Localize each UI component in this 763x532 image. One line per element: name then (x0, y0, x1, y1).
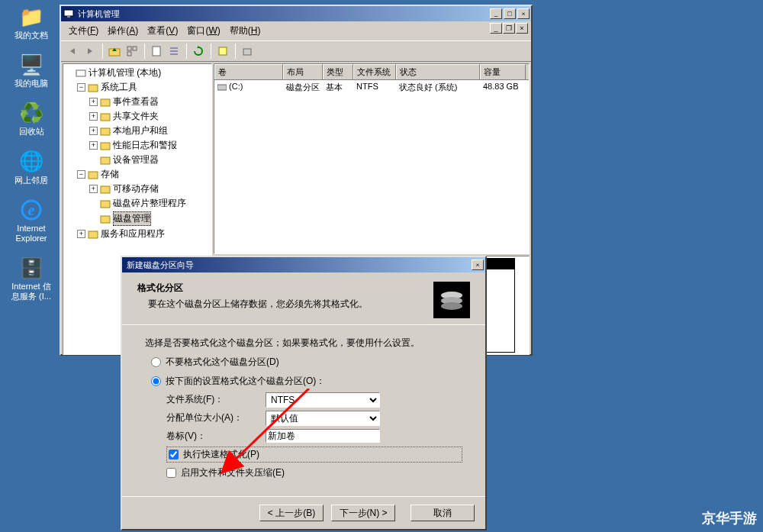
help-icon[interactable] (214, 43, 231, 60)
close-button[interactable]: × (517, 8, 530, 19)
volume-label-input[interactable] (266, 429, 380, 443)
internet-explorer-icon: e (19, 198, 43, 222)
menubar: 文件(F)操作(A)查看(V)窗口(W)帮助(H) (61, 21, 531, 40)
internet-info-svc-icon: 🗄️ (19, 256, 43, 280)
mdi-minimize-button[interactable]: _ (490, 23, 502, 34)
svg-rect-20 (101, 157, 110, 164)
expand-icon[interactable]: + (89, 98, 98, 106)
volume-row[interactable]: (C:)磁盘分区基本NTFS状态良好 (系统)48.83 GB (214, 80, 529, 95)
column-header[interactable]: 状态 (396, 64, 480, 79)
internet-info-svc[interactable]: 🗄️Internet 信息服务 (I... (5, 256, 58, 301)
fs-label: 文件系统(F)： (166, 392, 266, 407)
svg-rect-16 (101, 99, 110, 106)
tree-node-icon (99, 198, 111, 209)
tree-item[interactable]: +本地用户和组 (65, 124, 210, 138)
next-button[interactable]: 下一步(N) > (331, 505, 395, 521)
new-partition-wizard: 新建磁盘分区向导 × 格式化分区 要在这个磁盘分区上储存数据，您必须先将其格式化… (121, 256, 487, 530)
dialog-subheading: 要在这个磁盘分区上储存数据，您必须先将其格式化。 (148, 298, 368, 311)
svg-rect-22 (101, 186, 110, 193)
dialog-titlebar[interactable]: 新建磁盘分区向导 × (122, 257, 485, 272)
expand-icon[interactable]: − (77, 170, 85, 179)
mdi-restore-button[interactable]: ❐ (503, 23, 515, 34)
dialog-instruction: 选择是否要格式化这个磁盘分区；如果要格式化，要使用什么设置。 (145, 336, 462, 350)
tree-item[interactable]: 磁盘管理 (65, 211, 210, 227)
cell: 基本 (323, 82, 353, 93)
internet-explorer[interactable]: eInternetExplorer (5, 198, 58, 243)
action-icon[interactable] (239, 43, 256, 60)
dialog-close-button[interactable]: × (472, 260, 484, 270)
tree-node-icon (99, 97, 111, 108)
tree-item[interactable]: 磁盘碎片整理程序 (65, 196, 210, 211)
quick-format-checkbox[interactable] (169, 450, 179, 459)
tree-item[interactable]: 计算机管理 (本地) (65, 66, 210, 80)
titlebar[interactable]: 计算机管理 _ □ × (61, 6, 531, 21)
menu-v[interactable]: 查看(V) (143, 23, 182, 39)
alloc-select[interactable]: 默认值 (266, 411, 380, 426)
cancel-button[interactable]: 取消 (410, 505, 475, 521)
up-folder-icon[interactable] (106, 43, 123, 60)
list-icon[interactable] (166, 43, 182, 60)
radio-no-format-label: 不要格式化这个磁盘分区(D) (166, 355, 279, 369)
my-computer[interactable]: 🖥️我的电脑 (5, 53, 58, 89)
column-header[interactable]: 文件系统 (353, 64, 396, 79)
tree-item[interactable]: −系统工具 (65, 80, 210, 95)
column-header[interactable]: 容量 (480, 64, 526, 79)
expand-icon[interactable]: + (77, 230, 85, 238)
toolbar (61, 40, 531, 62)
menu-f[interactable]: 文件(F) (64, 23, 103, 39)
mdi-close-button[interactable]: × (516, 23, 528, 34)
properties-icon[interactable] (148, 43, 165, 60)
column-header[interactable]: 卷 (214, 64, 283, 79)
network-places[interactable]: 🌐网上邻居 (5, 150, 58, 185)
svg-rect-25 (89, 231, 98, 238)
window-title: 计算机管理 (78, 8, 490, 20)
dialog-heading: 格式化分区 (137, 282, 183, 293)
menu-w[interactable]: 窗口(W) (182, 23, 224, 39)
tree-item[interactable]: +可移动存储 (65, 182, 210, 196)
menu-h[interactable]: 帮助(H) (225, 23, 266, 39)
expand-icon[interactable]: + (89, 185, 98, 193)
tree-node-label: 系统工具 (101, 81, 137, 94)
maximize-button[interactable]: □ (504, 8, 516, 19)
refresh-icon[interactable] (190, 43, 207, 60)
column-header[interactable]: 类型 (323, 64, 353, 79)
svg-rect-15 (89, 85, 98, 92)
menu-a[interactable]: 操作(A) (103, 23, 143, 39)
radio-format[interactable] (151, 376, 161, 386)
back-button[interactable]: < 上一步(B) (259, 505, 324, 521)
svg-rect-8 (153, 47, 160, 56)
compression-checkbox[interactable] (166, 468, 176, 478)
column-header[interactable]: 布局 (283, 64, 323, 79)
recycle-bin[interactable]: ♻️回收站 (5, 101, 58, 137)
tree-item[interactable]: +服务和应用程序 (65, 227, 210, 241)
svg-rect-17 (101, 114, 110, 121)
tree-item[interactable]: +性能日志和警报 (65, 138, 210, 153)
back-icon[interactable] (64, 43, 81, 60)
fs-select[interactable]: NTFS (266, 392, 380, 408)
tree-node-label: 计算机管理 (本地) (89, 66, 161, 79)
tree-node-label: 磁盘管理 (113, 211, 151, 226)
minimize-button[interactable]: _ (490, 8, 502, 19)
expand-icon[interactable]: + (89, 112, 98, 121)
radio-no-format[interactable] (151, 357, 161, 367)
expand-icon[interactable]: + (89, 127, 98, 135)
cell: 48.83 GB (480, 82, 526, 93)
forward-icon[interactable] (82, 43, 98, 60)
volume-list[interactable]: 卷布局类型文件系统状态容量 (C:)磁盘分区基本NTFS状态良好 (系统)48.… (214, 63, 530, 254)
my-documents[interactable]: 📁我的文档 (5, 5, 58, 40)
expand-icon[interactable]: − (77, 83, 85, 92)
tree-item[interactable]: −存储 (65, 167, 210, 182)
tree-icon[interactable] (124, 43, 140, 60)
tree-node-icon (99, 111, 111, 122)
tree-node-label: 事件查看器 (113, 95, 159, 108)
my-documents-label: 我的文档 (14, 31, 48, 40)
recycle-bin-label: 回收站 (19, 127, 44, 137)
tree-node-label: 本地用户和组 (113, 124, 168, 137)
tree-item[interactable]: 设备管理器 (65, 153, 210, 167)
tree-item[interactable]: +事件查看器 (65, 95, 210, 109)
tree-item[interactable]: +共享文件夹 (65, 109, 210, 124)
internet-info-svc-label: Internet 信息服务 (I... (11, 282, 51, 301)
tree-node-label: 设备管理器 (113, 153, 159, 166)
expand-icon[interactable]: + (89, 141, 98, 150)
compression-label: 启用文件和文件夹压缩(E) (181, 466, 285, 480)
